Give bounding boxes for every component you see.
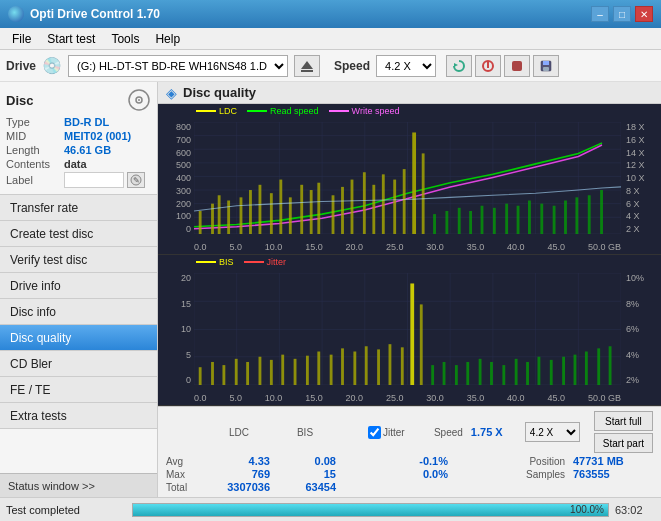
svg-text:✎: ✎	[133, 176, 140, 185]
svg-rect-114	[502, 365, 505, 385]
maximize-button[interactable]: □	[613, 6, 631, 22]
nav-fe-te[interactable]: FE / TE	[0, 377, 157, 403]
title-bar: Opti Drive Control 1.70 – □ ✕	[0, 0, 661, 28]
progress-bar-fill	[133, 504, 608, 516]
samples-value: 763555	[573, 468, 653, 480]
nav-drive-info[interactable]: Drive info	[0, 273, 157, 299]
start-full-button[interactable]: Start full	[594, 411, 653, 431]
panel-title: Disc quality	[183, 85, 256, 100]
svg-rect-52	[382, 174, 385, 234]
status-text: Test completed	[6, 504, 126, 516]
speed-select[interactable]: 4.2 X	[376, 55, 436, 77]
svg-rect-106	[410, 283, 414, 385]
total-row: Total 3307036 63454	[166, 481, 653, 493]
icon-btn-2[interactable]	[475, 55, 501, 77]
svg-rect-53	[393, 180, 396, 234]
svg-rect-42	[279, 180, 282, 234]
minimize-button[interactable]: –	[591, 6, 609, 22]
avg-label: Avg	[166, 456, 204, 467]
chart2-svg	[194, 273, 621, 385]
speed-col-header: Speed	[434, 427, 463, 438]
svg-rect-46	[317, 183, 320, 234]
svg-rect-60	[469, 211, 472, 234]
speed-select-stats[interactable]: 4.2 X	[525, 422, 580, 442]
menu-help[interactable]: Help	[147, 30, 188, 48]
svg-rect-121	[585, 352, 588, 385]
nav-disc-quality[interactable]: Disc quality	[0, 325, 157, 351]
jitter-checkbox[interactable]	[368, 426, 381, 439]
contents-key: Contents	[6, 158, 64, 170]
svg-rect-67	[553, 206, 556, 234]
svg-rect-49	[351, 180, 354, 234]
svg-rect-118	[550, 360, 553, 385]
speed-label: Speed	[334, 59, 370, 73]
svg-rect-91	[235, 359, 238, 385]
nav-cd-bler[interactable]: CD Bler	[0, 351, 157, 377]
total-bis: 63454	[274, 481, 336, 493]
svg-rect-36	[218, 195, 221, 234]
icon-btn-3[interactable]	[504, 55, 530, 77]
svg-rect-93	[259, 357, 262, 385]
menu-tools[interactable]: Tools	[103, 30, 147, 48]
svg-rect-120	[574, 355, 577, 385]
stats-bar: LDC BIS Jitter Speed 1.75 X 4.2 X Start …	[158, 406, 661, 497]
type-key: Type	[6, 116, 64, 128]
save-button[interactable]	[533, 55, 559, 77]
status-window-toggle[interactable]: Status window >>	[0, 473, 157, 497]
nav-extra-tests[interactable]: Extra tests	[0, 403, 157, 429]
drive-bar: Drive 💿 (G:) HL-DT-ST BD-RE WH16NS48 1.D…	[0, 50, 661, 82]
samples-label: Samples	[526, 469, 565, 480]
svg-rect-44	[300, 185, 303, 234]
jitter-checkbox-group[interactable]: Jitter	[368, 426, 405, 439]
label-input[interactable]	[64, 172, 124, 188]
svg-rect-55	[412, 132, 416, 234]
menu-file[interactable]: File	[4, 30, 39, 48]
mid-key: MID	[6, 130, 64, 142]
nav-disc-info[interactable]: Disc info	[0, 299, 157, 325]
refresh-button[interactable]	[446, 55, 472, 77]
total-label: Total	[166, 482, 204, 493]
svg-rect-99	[330, 355, 333, 385]
svg-rect-48	[341, 187, 344, 234]
drive-label: Drive	[6, 59, 36, 73]
close-button[interactable]: ✕	[635, 6, 653, 22]
svg-rect-7	[543, 61, 549, 65]
menu-start-test[interactable]: Start test	[39, 30, 103, 48]
drive-select[interactable]: (G:) HL-DT-ST BD-RE WH16NS48 1.D3	[68, 55, 288, 77]
svg-rect-58	[445, 211, 448, 234]
svg-rect-97	[306, 356, 309, 385]
svg-rect-64	[517, 206, 520, 234]
svg-rect-34	[199, 211, 202, 234]
label-key: Label	[6, 174, 64, 186]
chart1-svg	[194, 122, 621, 234]
svg-rect-103	[377, 349, 380, 385]
start-part-button[interactable]: Start part	[594, 433, 653, 453]
svg-rect-8	[543, 67, 549, 71]
type-value: BD-R DL	[64, 116, 109, 128]
svg-rect-66	[540, 204, 543, 234]
length-key: Length	[6, 144, 64, 156]
nav-create-test-disc[interactable]: Create test disc	[0, 221, 157, 247]
svg-rect-41	[270, 193, 273, 234]
eject-button[interactable]	[294, 55, 320, 77]
contents-value: data	[64, 158, 87, 170]
chart2-y-axis-right: 10%8%6%4%2%	[623, 273, 661, 385]
drive-device-icon: 💿	[42, 56, 62, 75]
svg-rect-116	[526, 362, 529, 385]
bis-col-header: BIS	[274, 427, 336, 438]
svg-rect-62	[493, 208, 496, 234]
svg-rect-96	[294, 359, 297, 385]
svg-rect-38	[240, 197, 243, 234]
nav-transfer-rate[interactable]: Transfer rate	[0, 195, 157, 221]
nav-verify-test-disc[interactable]: Verify test disc	[0, 247, 157, 273]
svg-rect-123	[609, 346, 612, 385]
progress-pct: 100.0%	[570, 504, 604, 516]
svg-rect-1	[301, 70, 313, 72]
chart1: 8007006005004003002001000 18 X16 X14 X12…	[158, 104, 661, 255]
right-panel: ◈ Disc quality 8007006005004003002001000…	[158, 82, 661, 497]
length-value: 46.61 GB	[64, 144, 111, 156]
label-edit-button[interactable]: ✎	[127, 172, 145, 188]
position-value: 47731 MB	[573, 455, 653, 467]
svg-rect-104	[389, 344, 392, 385]
max-row: Max 769 15 0.0% Samples 763555	[166, 468, 653, 480]
